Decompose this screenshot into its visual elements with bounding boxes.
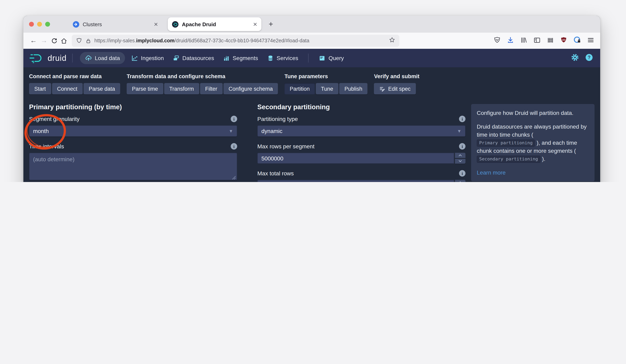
resize-grip-icon[interactable] — [232, 176, 236, 180]
nav-item-services[interactable]: Services — [263, 49, 303, 67]
bookmark-star-icon[interactable] — [389, 37, 395, 45]
step-group-tune: Tune parameters Partition Tune Publish — [284, 73, 367, 94]
step-button-tune[interactable]: Tune — [316, 83, 339, 94]
primary-partitioning-column: Primary partitioning (by time) Segment g… — [29, 101, 237, 182]
extension-fence-icon[interactable] — [547, 36, 554, 45]
tab-apache-druid[interactable]: Apache Druid ✕ — [168, 17, 261, 31]
nav-item-query[interactable]: Query — [314, 49, 348, 67]
info-icon[interactable]: i — [459, 116, 466, 122]
sidebar-toggle-icon[interactable] — [533, 36, 541, 45]
ublock-origin-icon[interactable]: UO — [560, 36, 568, 45]
info-panel-text: Druid datasources are always partitioned… — [477, 123, 587, 138]
tab-title: Apache Druid — [182, 21, 250, 27]
segment-granularity-select[interactable]: month ▼ — [29, 125, 237, 137]
tab-close-icon[interactable]: ✕ — [253, 21, 257, 27]
step-button-publish[interactable]: Publish — [339, 83, 368, 94]
cloud-upload-icon — [85, 55, 92, 62]
settings-gear-icon[interactable] — [571, 53, 579, 63]
lock-icon[interactable] — [85, 38, 91, 44]
navbar-divider — [72, 54, 73, 63]
partitioning-type-select[interactable]: dynamic ▼ — [257, 125, 466, 137]
nav-item-label: Datasources — [182, 55, 214, 61]
url-text[interactable]: https://imply-sales.implycloud.com/druid… — [94, 38, 309, 43]
step-group-transform: Transform data and configure schema Pars… — [127, 73, 278, 94]
toolbar-extensions: UO — [493, 36, 595, 45]
password-manager-icon[interactable] — [573, 36, 581, 45]
navbar-divider — [308, 54, 309, 63]
url-domain: implycloud.com — [136, 38, 174, 43]
druid-favicon — [172, 21, 179, 28]
nav-item-segments[interactable]: Segments — [218, 49, 262, 67]
druid-logo[interactable]: druid — [29, 53, 67, 63]
navbar-right: ? — [571, 53, 594, 63]
tab-close-icon[interactable]: ✕ — [154, 21, 158, 27]
step-group-verify: Verify and submit Edit spec — [374, 73, 420, 94]
primary-partitioning-title: Primary partitioning (by time) — [29, 103, 237, 111]
info-icon[interactable]: i — [459, 143, 466, 149]
druid-navbar: druid Load data Ingestion — [23, 49, 600, 67]
secondary-partitioning-chip: Secondary partitioning — [477, 156, 540, 163]
partition-form: Primary partitioning (by time) Segment g… — [29, 101, 594, 182]
desktop: Clusters ✕ Apache Druid ✕ + ← → — [0, 0, 626, 182]
partitioning-type-label: Partitioning type — [257, 116, 298, 122]
time-intervals-label: Time intervals — [29, 143, 64, 149]
browser-window: Clusters ✕ Apache Druid ✕ + ← → — [23, 16, 600, 182]
library-icon[interactable] — [520, 36, 528, 45]
imply-favicon — [73, 21, 79, 28]
url-bar[interactable]: https://imply-sales.implycloud.com/druid… — [72, 35, 399, 47]
step-button-edit-spec[interactable]: Edit spec — [374, 83, 416, 94]
step-button-parse-data[interactable]: Parse data — [83, 83, 120, 94]
info-icon[interactable]: i — [459, 170, 466, 177]
step-button-connect[interactable]: Connect — [52, 83, 83, 94]
datasources-icon — [173, 55, 180, 62]
max-total-rows-input[interactable] — [257, 180, 454, 182]
nav-item-load-data[interactable]: Load data — [80, 52, 125, 64]
info-icon[interactable]: i — [231, 143, 237, 149]
shield-permissions-icon[interactable] — [76, 37, 82, 44]
tab-clusters[interactable]: Clusters ✕ — [69, 17, 162, 31]
step-group-label: Tune parameters — [284, 73, 367, 79]
svg-text:?: ? — [588, 55, 590, 60]
step-group-label: Verify and submit — [374, 73, 420, 79]
reload-icon[interactable] — [49, 37, 59, 44]
step-button-partition[interactable]: Partition — [284, 83, 315, 94]
learn-more-link[interactable]: Learn more — [477, 169, 506, 177]
info-panel: Configure how Druid will partition data.… — [471, 104, 594, 182]
new-tab-button[interactable]: + — [269, 20, 273, 29]
nav-item-ingestion[interactable]: Ingestion — [127, 49, 168, 67]
increment-button[interactable] — [455, 153, 466, 158]
max-rows-per-segment-field — [257, 153, 466, 164]
edit-spec-icon — [379, 86, 385, 92]
services-icon — [267, 55, 274, 62]
secondary-partitioning-title: Secondary partitioning — [257, 103, 466, 111]
increment-button[interactable] — [455, 180, 466, 182]
step-group-connect: Connect and parse raw data Start Connect… — [29, 73, 120, 94]
segment-granularity-label: Segment granularity — [29, 116, 80, 122]
step-button-configure-schema[interactable]: Configure schema — [223, 83, 278, 94]
help-icon[interactable]: ? — [585, 53, 593, 63]
downloads-icon[interactable] — [507, 36, 514, 45]
home-icon[interactable] — [59, 37, 69, 44]
forward-icon[interactable]: → — [39, 37, 49, 45]
decrement-button[interactable] — [455, 159, 466, 164]
pocket-save-icon[interactable] — [493, 36, 501, 45]
url-prefix: https://imply-sales. — [94, 38, 136, 43]
close-window-button[interactable] — [29, 22, 34, 27]
step-button-label: Edit spec — [388, 86, 411, 92]
menu-hamburger-icon[interactable] — [587, 36, 594, 45]
partitioning-type-value: dynamic — [261, 128, 282, 134]
nav-item-datasources[interactable]: Datasources — [168, 49, 218, 67]
time-intervals-textarea[interactable] — [29, 153, 237, 180]
zoom-window-button[interactable] — [45, 22, 50, 27]
step-button-parse-time[interactable]: Parse time — [127, 83, 163, 94]
info-icon[interactable]: i — [231, 116, 237, 122]
step-button-filter[interactable]: Filter — [200, 83, 222, 94]
segments-icon — [223, 55, 230, 62]
step-button-start[interactable]: Start — [29, 83, 51, 94]
max-rows-per-segment-input[interactable] — [257, 153, 454, 164]
back-icon[interactable]: ← — [28, 37, 39, 45]
step-button-transform[interactable]: Transform — [164, 83, 199, 94]
info-panel-body: Druid datasources are always partitioned… — [477, 123, 589, 163]
max-total-rows-label: Max total rows — [257, 170, 294, 177]
minimize-window-button[interactable] — [37, 22, 42, 27]
